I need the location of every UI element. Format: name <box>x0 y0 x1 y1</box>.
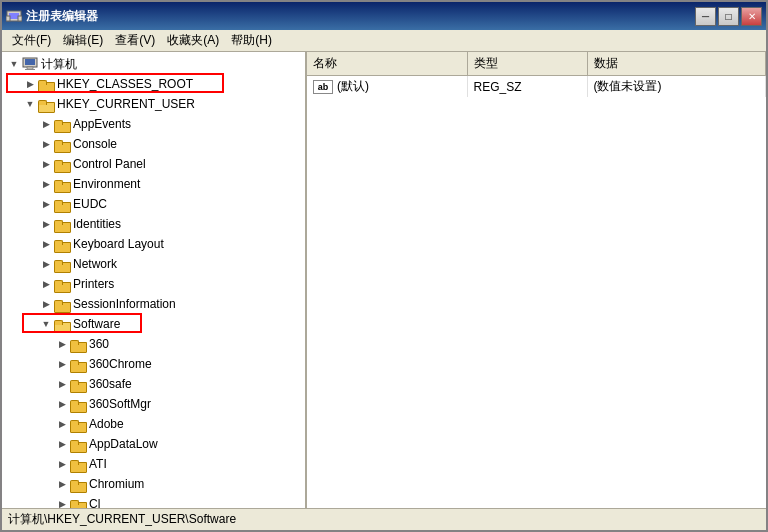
folder-icon-printers <box>54 278 70 291</box>
expander-printers[interactable]: ▶ <box>38 276 54 292</box>
expander-360safe[interactable]: ▶ <box>54 376 70 392</box>
label-session: SessionInformation <box>73 297 176 311</box>
col-header-name[interactable]: 名称 <box>307 52 467 76</box>
label-appdatalow: AppDataLow <box>89 437 158 451</box>
expander-cl[interactable]: ▶ <box>54 496 70 508</box>
label-appevents: AppEvents <box>73 117 131 131</box>
menu-file[interactable]: 文件(F) <box>6 30 57 51</box>
tree-item-chromium[interactable]: ▶ Chromium <box>2 474 305 494</box>
tree-item-identities[interactable]: ▶ Identities <box>2 214 305 234</box>
tree-item-adobe[interactable]: ▶ Adobe <box>2 414 305 434</box>
expander-adobe[interactable]: ▶ <box>54 416 70 432</box>
svg-rect-5 <box>25 59 35 65</box>
table-row[interactable]: ab (默认) REG_SZ (数值未设置) <box>307 76 766 98</box>
main-content: ▼ 计算机 ▶ <box>2 52 766 508</box>
tree-item-console[interactable]: ▶ Console <box>2 134 305 154</box>
label-printers: Printers <box>73 277 114 291</box>
cell-type: REG_SZ <box>467 76 587 98</box>
expander-360softmgr[interactable]: ▶ <box>54 396 70 412</box>
expander-appevents[interactable]: ▶ <box>38 116 54 132</box>
tree-item-printers[interactable]: ▶ Printers <box>2 274 305 294</box>
expander-360chrome[interactable]: ▶ <box>54 356 70 372</box>
tree-item-360[interactable]: ▶ 360 <box>2 334 305 354</box>
expander-identities[interactable]: ▶ <box>38 216 54 232</box>
status-text: 计算机\HKEY_CURRENT_USER\Software <box>8 511 236 528</box>
tree-item-appdatalow[interactable]: ▶ AppDataLow <box>2 434 305 454</box>
col-header-type[interactable]: 类型 <box>467 52 587 76</box>
close-button[interactable]: ✕ <box>741 7 762 26</box>
tree-item-360softmgr[interactable]: ▶ 360SoftMgr <box>2 394 305 414</box>
tree-item-keyboard-layout[interactable]: ▶ Keyboard Layout <box>2 234 305 254</box>
folder-icon-software <box>54 318 70 331</box>
registry-table: 名称 类型 数据 ab (默认) REG_SZ <box>307 52 766 97</box>
expander-network[interactable]: ▶ <box>38 256 54 272</box>
folder-icon-classes-root <box>38 78 54 91</box>
menu-help[interactable]: 帮助(H) <box>225 30 278 51</box>
tree-root: ▼ 计算机 ▶ <box>2 52 305 508</box>
col-header-data[interactable]: 数据 <box>587 52 766 76</box>
menu-favorites[interactable]: 收藏夹(A) <box>161 30 225 51</box>
expander-appdatalow[interactable]: ▶ <box>54 436 70 452</box>
tree-panel[interactable]: ▼ 计算机 ▶ <box>2 52 307 508</box>
tree-item-network[interactable]: ▶ Network <box>2 254 305 274</box>
computer-label: 计算机 <box>41 56 77 73</box>
expander-keyboard-layout[interactable]: ▶ <box>38 236 54 252</box>
tree-item-hkey-classes-root[interactable]: ▶ HKEY_CLASSES_ROOT <box>2 74 305 94</box>
tree-item-ati[interactable]: ▶ ATI <box>2 454 305 474</box>
label-classes-root: HKEY_CLASSES_ROOT <box>57 77 193 91</box>
label-environment: Environment <box>73 177 140 191</box>
maximize-button[interactable]: □ <box>718 7 739 26</box>
right-panel[interactable]: 名称 类型 数据 ab (默认) REG_SZ <box>307 52 766 508</box>
tree-item-environment[interactable]: ▶ Environment <box>2 174 305 194</box>
label-eudc: EUDC <box>73 197 107 211</box>
registry-editor-window: 注册表编辑器 ─ □ ✕ 文件(F) 编辑(E) 查看(V) 收藏夹(A) 帮助… <box>0 0 768 532</box>
tree-item-cl[interactable]: ▶ Cl <box>2 494 305 508</box>
tree-item-360safe[interactable]: ▶ 360safe <box>2 374 305 394</box>
expander-environment[interactable]: ▶ <box>38 176 54 192</box>
title-bar: 注册表编辑器 ─ □ ✕ <box>2 2 766 30</box>
tree-item-360chrome[interactable]: ▶ 360Chrome <box>2 354 305 374</box>
label-360: 360 <box>89 337 109 351</box>
title-bar-icon <box>6 8 22 24</box>
folder-icon-keyboard-layout <box>54 238 70 251</box>
expander-360[interactable]: ▶ <box>54 336 70 352</box>
tree-item-computer[interactable]: ▼ 计算机 <box>2 54 305 74</box>
minimize-button[interactable]: ─ <box>695 7 716 26</box>
label-360softmgr: 360SoftMgr <box>89 397 151 411</box>
expander-eudc[interactable]: ▶ <box>38 196 54 212</box>
expander-software[interactable]: ▼ <box>38 316 54 332</box>
folder-icon-session <box>54 298 70 311</box>
label-adobe: Adobe <box>89 417 124 431</box>
tree-item-eudc[interactable]: ▶ EUDC <box>2 194 305 214</box>
menu-bar: 文件(F) 编辑(E) 查看(V) 收藏夹(A) 帮助(H) <box>2 30 766 52</box>
expander-classes-root[interactable]: ▶ <box>22 76 38 92</box>
menu-view[interactable]: 查看(V) <box>109 30 161 51</box>
tree-item-appevents[interactable]: ▶ AppEvents <box>2 114 305 134</box>
computer-icon <box>22 57 38 71</box>
expander-control-panel[interactable]: ▶ <box>38 156 54 172</box>
folder-icon-360softmgr <box>70 398 86 411</box>
expander-session[interactable]: ▶ <box>38 296 54 312</box>
folder-icon-ati <box>70 458 86 471</box>
expander-computer[interactable]: ▼ <box>6 56 22 72</box>
ab-icon: ab <box>313 80 333 94</box>
folder-icon-identities <box>54 218 70 231</box>
folder-icon-network <box>54 258 70 271</box>
tree-item-hkey-current-user[interactable]: ▼ HKEY_CURRENT_USER <box>2 94 305 114</box>
tree-item-session-information[interactable]: ▶ SessionInformation <box>2 294 305 314</box>
cell-name: ab (默认) <box>307 76 467 98</box>
folder-icon-chromium <box>70 478 86 491</box>
folder-icon-cl <box>70 498 86 509</box>
expander-current-user[interactable]: ▼ <box>22 96 38 112</box>
folder-icon-appevents <box>54 118 70 131</box>
svg-rect-3 <box>18 16 22 21</box>
label-cl: Cl <box>89 497 100 508</box>
title-bar-buttons: ─ □ ✕ <box>695 7 762 26</box>
expander-chromium[interactable]: ▶ <box>54 476 70 492</box>
tree-item-control-panel[interactable]: ▶ Control Panel <box>2 154 305 174</box>
tree-item-software[interactable]: ▼ Software <box>2 314 305 334</box>
expander-console[interactable]: ▶ <box>38 136 54 152</box>
expander-ati[interactable]: ▶ <box>54 456 70 472</box>
menu-edit[interactable]: 编辑(E) <box>57 30 109 51</box>
value-name: (默认) <box>337 78 369 95</box>
